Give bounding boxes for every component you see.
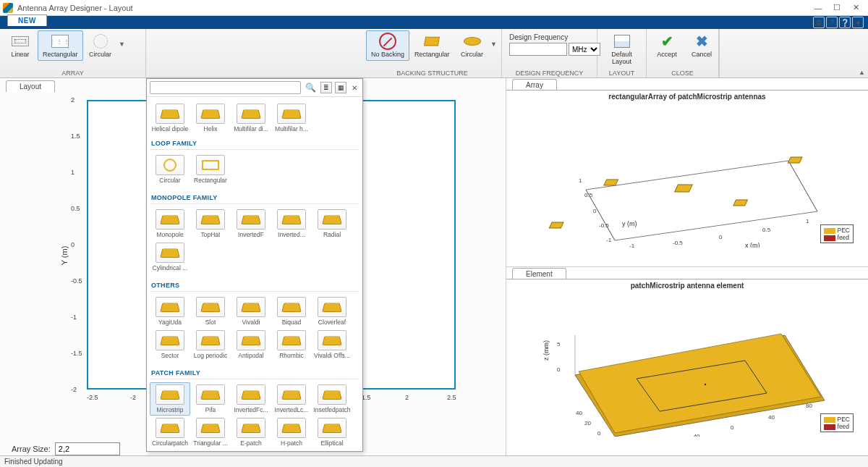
gallery-item[interactable]: Insetfedpatch xyxy=(312,382,352,416)
backing-none-button[interactable]: No Backing xyxy=(366,30,409,61)
gallery-search-input[interactable] xyxy=(150,81,301,94)
biquad-icon xyxy=(277,297,306,317)
gallery-item[interactable]: YagiUda xyxy=(150,295,190,328)
gallery-item[interactable]: Monopole xyxy=(150,207,190,240)
context-help-icon[interactable]: ? xyxy=(826,17,838,28)
backing-rect-button[interactable]: Rectangular xyxy=(409,30,455,61)
gallery-item[interactable]: Biquad xyxy=(271,295,312,328)
view-list-icon[interactable]: ≣ xyxy=(320,82,332,93)
design-freq-input[interactable] xyxy=(509,43,567,56)
design-freq-unit-select[interactable]: MHz xyxy=(569,43,600,56)
gallery-item[interactable]: Helical dipole xyxy=(150,101,190,135)
gallery-close-button[interactable]: ✕ xyxy=(349,83,359,93)
gallery-item[interactable]: TopHat xyxy=(190,207,231,240)
circularpatch-icon xyxy=(156,418,184,438)
search-icon[interactable]: 🔍 xyxy=(304,83,318,93)
minimize-button[interactable]: — xyxy=(809,1,827,15)
gallery-item-label: InvertedF xyxy=(238,231,264,238)
designfreq-group-label: DESIGN FREQUENCY xyxy=(505,69,594,77)
gallery-item[interactable]: Vivaldi xyxy=(231,295,271,328)
doc-icon[interactable]: 🗎 xyxy=(813,17,825,28)
gallery-item[interactable]: Vivaldi Offs... xyxy=(312,328,352,361)
svg-text:-40: -40 xyxy=(692,433,700,437)
help-icon[interactable]: ❔ xyxy=(839,17,851,28)
svg-text:5: 5 xyxy=(557,341,561,348)
cancel-button[interactable]: ✖ Cancel xyxy=(684,30,719,61)
expand-icon[interactable]: ▾ xyxy=(852,17,864,28)
tophat-icon xyxy=(196,209,225,230)
circular-icon xyxy=(156,155,184,175)
gallery-item-label: Helical dipole xyxy=(152,125,189,132)
gallery-item[interactable]: Triangular ... xyxy=(190,416,231,449)
svg-text:-0.5: -0.5 xyxy=(599,222,609,229)
gallery-item-label: Sector xyxy=(161,352,179,359)
linear-icon xyxy=(12,36,29,46)
layout-pane: Layout Y (m) 21.510.50-0.5-1-1.5-2 -2.5-… xyxy=(0,78,506,455)
toolstrip-collapse-icon[interactable]: ▲ xyxy=(859,69,865,76)
array-linear-button[interactable]: Linear xyxy=(3,30,38,61)
gallery-item[interactable]: Log periodic xyxy=(190,328,231,361)
svg-text:z (mm): z (mm) xyxy=(542,340,550,361)
view-grid-icon[interactable]: ▦ xyxy=(335,82,346,93)
gallery-item[interactable]: Radial xyxy=(312,207,352,240)
tab-layout[interactable]: Layout xyxy=(6,80,55,92)
x-tick: 2 xyxy=(405,394,409,401)
gallery-item-label: Monopole xyxy=(156,231,183,238)
gallery-item[interactable]: Multifilar h... xyxy=(271,101,312,135)
gallery-item[interactable]: Antipodal xyxy=(231,328,271,361)
radial-icon xyxy=(318,209,346,230)
default-layout-button[interactable]: Default Layout xyxy=(600,30,643,68)
accept-button[interactable]: ✔ Accept xyxy=(650,30,684,61)
gallery-item[interactable]: InvertedLc... xyxy=(271,382,312,416)
titlebar: Antenna Array Designer - Layout — ☐ ✕ xyxy=(0,0,868,16)
gallery-item[interactable]: Sector xyxy=(150,328,190,361)
gallery-item[interactable]: InvertedF xyxy=(231,207,271,240)
backing-dropdown[interactable]: ▼ xyxy=(490,30,498,48)
gallery-item[interactable]: InvertedFc... xyxy=(231,382,271,416)
gallery-item[interactable]: Helix xyxy=(190,101,231,135)
invertedfc--icon xyxy=(237,384,265,405)
gallery-item[interactable]: Elliptical xyxy=(312,416,352,449)
array-dropdown[interactable]: ▼ xyxy=(118,30,127,48)
gallery-item[interactable]: E-patch xyxy=(231,416,271,449)
tab-element[interactable]: Element xyxy=(512,268,566,279)
gallery-item-label: Slot xyxy=(205,319,216,326)
backing-circ-button[interactable]: Circular xyxy=(455,30,490,61)
svg-rect-3 xyxy=(549,222,563,228)
cylindrical--icon xyxy=(156,243,184,263)
y-tick: -0.5 xyxy=(71,277,82,285)
tab-array[interactable]: Array xyxy=(512,79,557,91)
gallery-item[interactable]: Microstrip xyxy=(150,382,190,416)
monopole-icon xyxy=(156,209,184,230)
array-size-input[interactable] xyxy=(55,442,120,455)
tab-new[interactable]: NEW xyxy=(7,14,47,26)
svg-text:40: 40 xyxy=(768,414,775,421)
array-3d-plot[interactable]: 1 0.5 0 -0.5 -1 -1 -0.5 0 0.5 1 y (m) x … xyxy=(516,103,858,248)
array-rectangular-button[interactable]: Rectangular xyxy=(38,30,83,61)
gallery-item[interactable]: Pifa xyxy=(190,382,231,416)
triangular--icon xyxy=(196,418,225,438)
svg-marker-0 xyxy=(586,161,817,240)
maximize-button[interactable]: ☐ xyxy=(827,1,846,15)
gallery-item[interactable]: Rectangular xyxy=(190,153,231,186)
gallery-item[interactable]: Rhombic xyxy=(271,328,312,361)
gallery-item-label: Rectangular xyxy=(194,177,227,184)
gallery-item-label: Antipodal xyxy=(238,352,263,359)
gallery-item-label: Rhombic xyxy=(279,352,304,359)
array-circular-button[interactable]: Circular xyxy=(83,30,118,61)
close-button[interactable]: ✕ xyxy=(846,1,865,15)
close-group-label: CLOSE xyxy=(650,69,715,77)
gallery-item[interactable]: Multifilar di... xyxy=(231,101,271,135)
gallery-item[interactable]: Inverted... xyxy=(271,207,312,240)
gallery-item[interactable]: Cloverleaf xyxy=(312,295,352,328)
gallery-item[interactable]: Cylindrical ... xyxy=(150,240,190,274)
gallery-item-label: Insetfedpatch xyxy=(313,406,350,413)
element-3d-plot[interactable]: 5 0 z (mm) 40 20 0 -20 -40 -80 -40 0 40 … xyxy=(516,292,858,437)
gallery-item[interactable]: H-patch xyxy=(271,416,312,449)
gallery-item[interactable]: Circular xyxy=(150,153,190,186)
gallery-item[interactable]: Circularpatch xyxy=(150,416,190,449)
gallery-item[interactable]: Slot xyxy=(190,295,231,328)
invertedlc--icon xyxy=(277,384,306,405)
circular-icon xyxy=(93,34,108,49)
gallery-item-label: YagiUda xyxy=(158,319,182,326)
